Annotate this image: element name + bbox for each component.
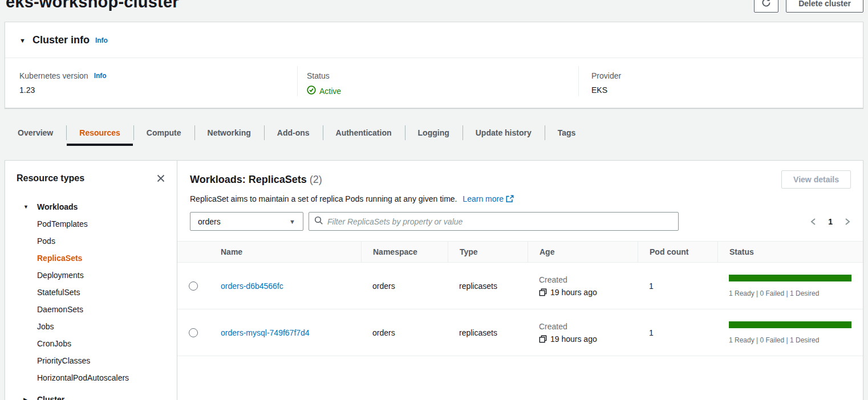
resource-types-title: Resource types <box>17 173 84 183</box>
column-header-name: Name <box>209 242 361 262</box>
status-field: Status Active <box>297 66 578 96</box>
check-circle-icon <box>307 85 316 96</box>
column-header-status: Status <box>717 242 863 262</box>
learn-more-link[interactable]: Learn more <box>463 194 504 203</box>
kubernetes-version-field: Kubernetes version Info 1.23 <box>5 66 297 96</box>
replicasets-count: (2) <box>310 174 322 185</box>
resource-types-sidebar: Resource types ▼ Workloads PodTemplates … <box>5 160 177 400</box>
refresh-button[interactable] <box>754 0 778 13</box>
external-link-icon <box>506 195 514 205</box>
chevron-left-icon[interactable] <box>810 218 817 226</box>
tab-authentication[interactable]: Authentication <box>323 120 405 146</box>
page-number[interactable]: 1 <box>826 217 835 226</box>
cluster-info-title: Cluster info <box>33 34 90 46</box>
column-header-age: Age <box>528 242 638 262</box>
cluster-info-header: ▼ Cluster info Info <box>5 22 863 58</box>
table-header-row: Name Namespace Type Age Pod count Status <box>177 241 863 263</box>
replicasets-title: Workloads: ReplicaSets (2) <box>190 174 322 186</box>
eks-cluster-page: eks-workshop-cluster Delete cluster ▼ Cl… <box>0 0 868 400</box>
replicasets-panel: Workloads: ReplicaSets (2) View details … <box>177 160 863 400</box>
copy-icon[interactable] <box>539 288 547 296</box>
namespace-select-value: orders <box>198 217 221 226</box>
selection-column-header <box>177 242 209 262</box>
tab-overview[interactable]: Overview <box>5 120 66 146</box>
table-row: orders-d6b4566fc orders replicasets Crea… <box>177 263 863 309</box>
sidebar-item-statefulsets[interactable]: StatefulSets <box>5 284 177 301</box>
filter-row: orders ▼ 1 <box>177 205 863 231</box>
sidebar-item-podtemplates[interactable]: PodTemplates <box>5 215 177 232</box>
cell-age: Created 19 hours ago <box>528 263 638 309</box>
sidebar-item-deployments[interactable]: Deployments <box>5 267 177 284</box>
cell-type: replicasets <box>448 309 528 356</box>
replicasets-description: ReplicaSet aims to maintain a set of rep… <box>177 189 863 205</box>
cell-status: 1 Ready | 0 Failed | 1 Desired <box>717 263 863 309</box>
cell-age: Created 19 hours ago <box>528 309 638 356</box>
sidebar-item-jobs[interactable]: Jobs <box>5 318 177 335</box>
tab-compute[interactable]: Compute <box>133 120 194 146</box>
resources-split-panels: Resource types ▼ Workloads PodTemplates … <box>5 160 863 400</box>
tab-update-history[interactable]: Update history <box>463 120 545 146</box>
sidebar-item-priorityclasses[interactable]: PriorityClasses <box>5 352 177 369</box>
cell-type: replicasets <box>448 263 528 309</box>
dropdown-caret-icon: ▼ <box>289 218 295 225</box>
provider-field: Provider EKS <box>578 66 852 96</box>
pagination: 1 <box>810 217 851 226</box>
sidebar-item-cronjobs[interactable]: CronJobs <box>5 335 177 352</box>
sidebar-item-daemonsets[interactable]: DaemonSets <box>5 301 177 318</box>
view-details-button[interactable]: View details <box>781 170 851 189</box>
triangle-down-icon: ▼ <box>23 204 37 210</box>
sidebar-item-horizontalpodautoscalers[interactable]: HorizontalPodAutoscalers <box>5 369 177 386</box>
tab-resources[interactable]: Resources <box>66 120 133 146</box>
chevron-right-icon[interactable] <box>844 218 851 226</box>
table-row: orders-mysql-749f67f7d4 orders replicase… <box>177 309 863 356</box>
refresh-icon <box>761 0 771 9</box>
status-bar <box>729 275 851 281</box>
cluster-tabs: Overview Resources Compute Networking Ad… <box>5 120 589 146</box>
search-icon <box>314 216 323 227</box>
provider-label: Provider <box>591 71 621 80</box>
triangle-right-icon: ▶ <box>23 397 37 400</box>
copy-icon[interactable] <box>539 335 547 343</box>
resource-types-tree: ▼ Workloads PodTemplates Pods ReplicaSet… <box>5 198 177 400</box>
tree-group-cluster[interactable]: ▶ Cluster <box>5 391 177 400</box>
search-box <box>309 212 679 231</box>
kubernetes-version-label: Kubernetes version <box>19 71 88 80</box>
status-text: 1 Ready | 0 Failed | 1 Desired <box>729 289 851 297</box>
close-icon[interactable] <box>156 174 165 183</box>
tab-networking[interactable]: Networking <box>194 120 264 146</box>
status-bar <box>729 321 851 328</box>
status-text: 1 Ready | 0 Failed | 1 Desired <box>729 336 851 344</box>
cell-status: 1 Ready | 0 Failed | 1 Desired <box>717 309 863 356</box>
delete-cluster-button[interactable]: Delete cluster <box>786 0 863 13</box>
kubernetes-version-info-link[interactable]: Info <box>94 72 107 80</box>
cell-namespace: orders <box>361 309 448 356</box>
header-actions: Delete cluster <box>754 0 863 13</box>
column-header-namespace: Namespace <box>361 242 448 262</box>
cluster-info-card: ▼ Cluster info Info Kubernetes version I… <box>5 22 863 108</box>
cluster-info-body: Kubernetes version Info 1.23 Status Acti… <box>5 58 863 108</box>
collapse-caret-icon[interactable]: ▼ <box>19 37 26 44</box>
sidebar-item-replicasets[interactable]: ReplicaSets <box>5 250 177 267</box>
radio-button[interactable] <box>189 281 198 291</box>
page-header: eks-workshop-cluster Delete cluster <box>0 0 868 16</box>
cluster-info-info-link[interactable]: Info <box>95 36 108 44</box>
tree-group-workloads[interactable]: ▼ Workloads <box>5 198 177 215</box>
replicasets-table: Name Namespace Type Age Pod count Status… <box>177 241 863 356</box>
column-header-pod-count: Pod count <box>638 242 717 262</box>
radio-button[interactable] <box>189 328 198 337</box>
tab-tags[interactable]: Tags <box>545 120 589 146</box>
status-label: Status <box>307 71 330 80</box>
filter-search-input[interactable] <box>327 217 673 226</box>
replicaset-name-link[interactable]: orders-mysql-749f67f7d4 <box>221 328 310 337</box>
replicaset-name-link[interactable]: orders-d6b4566fc <box>221 281 283 291</box>
namespace-select[interactable]: orders ▼ <box>190 212 303 231</box>
column-header-type: Type <box>448 242 528 262</box>
sidebar-item-pods[interactable]: Pods <box>5 232 177 250</box>
tab-add-ons[interactable]: Add-ons <box>264 120 323 146</box>
cell-namespace: orders <box>361 263 448 309</box>
tab-logging[interactable]: Logging <box>405 120 463 146</box>
kubernetes-version-value: 1.23 <box>19 85 297 95</box>
status-value: Active <box>319 87 341 96</box>
cell-pod-count: 1 <box>638 263 717 309</box>
cell-pod-count: 1 <box>638 309 717 356</box>
